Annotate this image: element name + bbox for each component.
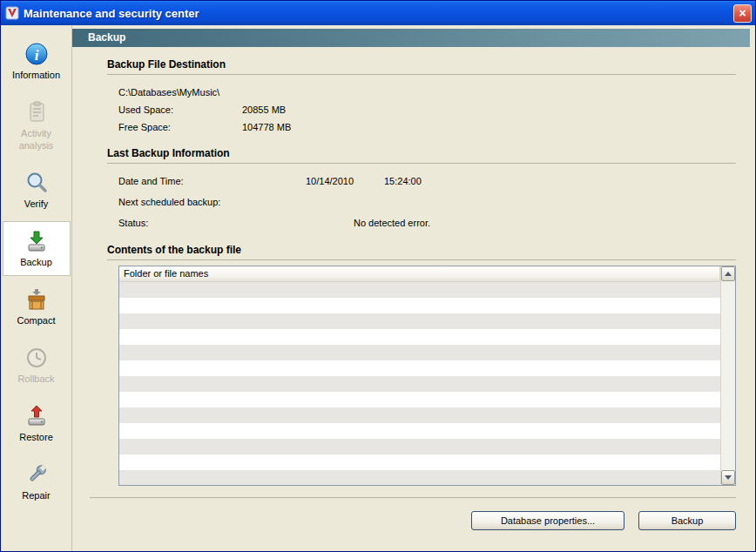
free-space-label: Free Space: [118, 118, 242, 136]
page-header: Backup [72, 29, 750, 47]
status-label: Status: [118, 212, 354, 233]
compact-icon [24, 286, 50, 313]
svg-text:i: i [34, 47, 38, 64]
list-row [119, 423, 720, 439]
sidebar-item-label: Compact [3, 314, 70, 326]
list-row [119, 376, 720, 392]
backup-contents-list[interactable]: Folder or file names [118, 266, 736, 486]
app-icon [5, 6, 19, 20]
date-time-label: Date and Time: [118, 171, 306, 192]
list-row [119, 392, 720, 407]
sidebar-item-label: Backup [3, 256, 70, 268]
next-backup-label: Next scheduled backup: [118, 192, 306, 212]
window: Maintenance and security center × i Info… [0, 0, 756, 552]
list-row [119, 298, 720, 313]
sidebar-item-label: Information [3, 69, 70, 81]
list-row [119, 439, 720, 454]
section-backup-destination: Backup File Destination C:\Databases\MyM… [107, 58, 736, 136]
list-row [119, 313, 720, 329]
list-row [119, 329, 720, 345]
content: Backup File Destination C:\Databases\MyM… [72, 47, 755, 551]
footer: Database properties... Backup [107, 511, 736, 530]
sidebar-item-activity-analysis: Activity analysis [3, 92, 71, 159]
scroll-up-button[interactable] [721, 266, 735, 281]
list-row [119, 407, 720, 423]
main-panel: Backup Backup File Destination C:\Databa… [72, 25, 755, 551]
sidebar-item-rollback: Rollback [3, 338, 71, 393]
sidebar-item-label: Rollback [3, 373, 70, 385]
section-last-backup: Last Backup Information Date and Time: 1… [107, 147, 736, 233]
section-title: Backup File Destination [107, 58, 736, 75]
activity-analysis-icon [24, 99, 50, 125]
section-backup-contents: Contents of the backup file Folder or fi… [107, 244, 736, 486]
list-row [119, 470, 720, 486]
status-value: No detected error. [354, 212, 430, 233]
time-value: 15:24:00 [384, 171, 422, 192]
section-title: Contents of the backup file [107, 244, 736, 260]
sidebar-item-repair[interactable]: Repair [3, 454, 71, 509]
verify-icon [24, 170, 50, 196]
repair-icon [24, 461, 50, 488]
list-row [119, 345, 720, 360]
free-space-value: 104778 MB [242, 118, 291, 136]
footer-divider [90, 497, 736, 498]
sidebar-item-label: Repair [3, 489, 70, 502]
backup-icon [24, 228, 50, 254]
page-title: Backup [88, 31, 125, 44]
list-row [119, 360, 720, 376]
list-row [119, 282, 720, 298]
sidebar-item-compact[interactable]: Compact [3, 279, 71, 334]
database-properties-button[interactable]: Database properties... [471, 511, 624, 530]
arrow-up-icon [725, 272, 732, 276]
section-title: Last Backup Information [107, 147, 736, 164]
rollback-icon [24, 345, 50, 371]
sidebar: i Information Activity analysis [1, 25, 72, 551]
sidebar-item-restore[interactable]: Restore [3, 396, 71, 451]
information-icon: i [24, 41, 50, 67]
close-button[interactable]: × [733, 4, 752, 23]
destination-path: C:\Databases\MyMusic\ [118, 84, 219, 101]
vertical-scrollbar[interactable] [720, 266, 735, 485]
titlebar: Maintenance and security center × [1, 1, 755, 25]
date-value: 10/14/2010 [306, 171, 384, 192]
sidebar-item-label: Verify [3, 198, 70, 210]
sidebar-item-label: Activity analysis [3, 127, 70, 151]
window-title: Maintenance and security center [24, 7, 733, 20]
sidebar-item-verify[interactable]: Verify [3, 163, 71, 218]
arrow-down-icon [725, 475, 732, 480]
sidebar-item-label: Restore [3, 431, 70, 443]
sidebar-item-information[interactable]: i Information [3, 34, 71, 89]
backup-button[interactable]: Backup [638, 511, 736, 530]
restore-icon [24, 403, 50, 429]
used-space-label: Used Space: [118, 101, 242, 118]
list-column-header[interactable]: Folder or file names [119, 266, 720, 282]
scroll-down-button[interactable] [721, 470, 735, 485]
sidebar-item-backup[interactable]: Backup [3, 221, 71, 276]
list-row [119, 454, 720, 470]
used-space-value: 20855 MB [242, 101, 286, 118]
list-rows [119, 282, 720, 486]
